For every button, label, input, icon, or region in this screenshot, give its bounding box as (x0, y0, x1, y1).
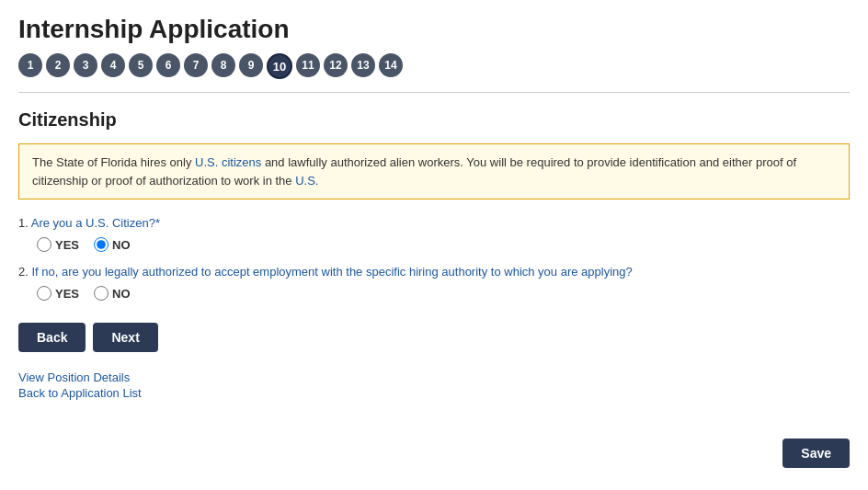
step-5[interactable]: 5 (129, 53, 153, 77)
question-2-number: 2. (18, 265, 31, 279)
question-2-text: 2. If no, are you legally authorized to … (18, 265, 850, 279)
q2-yes-radio[interactable] (37, 286, 51, 301)
q1-yes-label[interactable]: YES (37, 237, 79, 252)
step-1[interactable]: 1 (18, 53, 42, 77)
step-14[interactable]: 14 (379, 53, 403, 77)
question-1-text: 1. Are you a U.S. Citizen?* (18, 216, 850, 230)
section-title: Citizenship (18, 109, 850, 131)
back-to-app-link[interactable]: Back to Application List (18, 386, 850, 400)
save-button[interactable]: Save (782, 439, 850, 468)
step-9[interactable]: 9 (239, 53, 263, 77)
q1-no-radio[interactable] (94, 237, 108, 252)
next-button[interactable]: Next (93, 323, 157, 352)
question-1: 1. Are you a U.S. Citizen?* YES NO (18, 216, 850, 252)
q2-no-label[interactable]: NO (94, 286, 131, 301)
button-row: Back Next (18, 323, 850, 352)
step-3[interactable]: 3 (74, 53, 97, 77)
info-box: The State of Florida hires only U.S. cit… (18, 143, 850, 199)
q2-yes-label[interactable]: YES (37, 286, 79, 301)
step-13[interactable]: 13 (351, 53, 375, 77)
question-1-options: YES NO (37, 237, 850, 252)
divider (18, 92, 850, 93)
info-highlight1: U.S. citizens (195, 155, 261, 169)
info-text-plain1: The State of Florida hires only (32, 155, 195, 169)
step-8[interactable]: 8 (211, 53, 235, 77)
question-2: 2. If no, are you legally authorized to … (18, 265, 850, 301)
step-4[interactable]: 4 (101, 53, 125, 77)
step-12[interactable]: 12 (324, 53, 348, 77)
info-highlight2: U.S. (295, 174, 318, 188)
page-title: Internship Application (18, 15, 850, 44)
view-position-link[interactable]: View Position Details (18, 370, 850, 384)
save-button-container: Save (782, 439, 850, 468)
step-11[interactable]: 11 (296, 53, 320, 77)
step-10[interactable]: 10 (267, 53, 292, 79)
steps-container: 1234567891011121314 (18, 53, 850, 79)
step-7[interactable]: 7 (184, 53, 208, 77)
q1-no-label[interactable]: NO (94, 237, 131, 252)
question-1-number: 1. (18, 216, 31, 230)
back-button[interactable]: Back (18, 323, 86, 352)
step-2[interactable]: 2 (46, 53, 70, 77)
q1-yes-radio[interactable] (37, 237, 51, 252)
q1-highlight: U.S. Citizen (86, 216, 149, 230)
footer-links: View Position Details Back to Applicatio… (18, 370, 850, 400)
step-6[interactable]: 6 (156, 53, 180, 77)
question-2-options: YES NO (37, 286, 850, 301)
q2-no-radio[interactable] (94, 286, 108, 301)
q2-highlight: hiring authority (409, 265, 487, 279)
